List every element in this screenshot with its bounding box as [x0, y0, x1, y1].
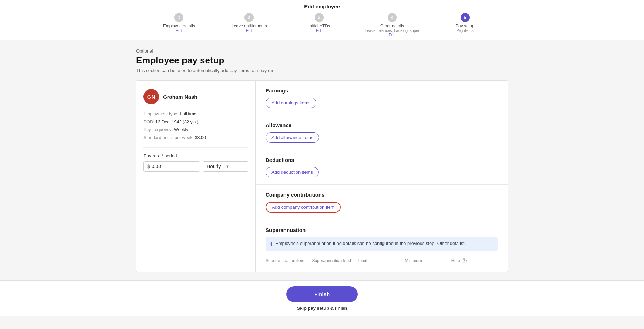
employee-name: Graham Nash: [163, 94, 197, 100]
earnings-title: Earnings: [266, 88, 498, 94]
add-allowance-button[interactable]: Add allowance items: [266, 132, 319, 143]
std-hours-value: 38.00: [195, 135, 206, 140]
step-3-sub[interactable]: Edit: [316, 28, 323, 33]
step-4: 4 Other details Leave balances, banking,…: [365, 13, 419, 37]
std-hours-label: Standard hours per week:: [143, 135, 194, 140]
left-panel: GN Graham Nash Employment type: Full tim…: [136, 81, 256, 272]
step-1: 1 Employee details Edit: [154, 13, 203, 33]
super-col-limit: Limit: [358, 258, 405, 263]
company-contributions-title: Company contributions: [266, 192, 498, 198]
superannuation-section: Superannuation ℹ Employee's superannuati…: [256, 220, 508, 272]
chevron-down-icon: ▼: [226, 164, 244, 169]
right-panel: Earnings Add earnings items Allowance Ad…: [256, 81, 508, 272]
pay-amount-field[interactable]: $: [143, 161, 200, 172]
allowance-section: Allowance Add allowance items: [256, 115, 508, 150]
employee-info: GN Graham Nash: [143, 89, 248, 104]
stepper: 1 Employee details Edit 2 Leave entitlem…: [0, 13, 644, 37]
earnings-section: Earnings Add earnings items: [256, 81, 508, 115]
optional-label: Optional: [136, 48, 508, 54]
pay-freq-value: Weekly: [174, 127, 188, 132]
step-1-label: Employee details: [163, 23, 195, 28]
add-company-contribution-button[interactable]: Add company contribution item: [266, 202, 341, 213]
bottom-bar: Finish Skip pay setup & finish: [0, 280, 644, 316]
employee-details: Employment type: Full time DOB: 13 Dec, …: [143, 110, 248, 148]
step-1-circle: 1: [174, 13, 183, 22]
pay-rate-label: Pay rate / period: [143, 153, 248, 158]
step-2: 2 Leave entitlements Edit: [224, 13, 274, 33]
pay-rate-inputs: $ Hourly ▼: [143, 161, 248, 172]
super-col-fund: Superannuation fund: [312, 258, 358, 263]
step-2-sub[interactable]: Edit: [246, 28, 253, 33]
step-4-sub-gray: Leave balances, banking, super: [365, 28, 419, 33]
dob-label: DOB:: [143, 119, 154, 124]
super-table-header: Superannuation item Superannuation fund …: [266, 255, 498, 265]
step-4-label: Other details: [380, 23, 404, 28]
main-layout: GN Graham Nash Employment type: Full tim…: [136, 80, 508, 272]
company-contributions-section: Company contributions Add company contri…: [256, 185, 508, 220]
finish-button[interactable]: Finish: [286, 286, 358, 302]
employment-type-value: Full time: [180, 111, 196, 116]
step-5-circle: 5: [461, 13, 470, 22]
step-3: 3 Initial YTDs Edit: [295, 13, 344, 33]
info-icon: ℹ: [270, 241, 273, 247]
step-5-label: Pay setup: [456, 23, 474, 28]
add-earnings-button[interactable]: Add earnings items: [266, 98, 316, 108]
deductions-section: Deductions Add deduction items: [256, 150, 508, 185]
step-4-sub[interactable]: Edit: [389, 33, 396, 37]
step-5: 5 Pay setup Pay items: [441, 13, 490, 33]
rate-help-icon[interactable]: ?: [462, 258, 467, 263]
add-deductions-button[interactable]: Add deduction items: [266, 167, 319, 177]
step-5-sub: Pay items: [457, 28, 474, 33]
pay-rate-section: Pay rate / period $ Hourly ▼: [143, 153, 248, 172]
super-col-minimum: Minimum: [405, 258, 451, 263]
step-3-circle: 3: [315, 13, 324, 22]
superannuation-info-text: Employee's superannuation fund details c…: [275, 241, 466, 246]
currency-sign: $: [147, 164, 150, 169]
dob-value: 13 Dec, 1942 (82 y.o.): [155, 119, 199, 124]
section-title: Employee pay setup: [136, 55, 508, 66]
deductions-title: Deductions: [266, 157, 498, 163]
page-title: Edit employee: [0, 4, 644, 9]
super-col-rate: Rate ?: [451, 258, 498, 263]
pay-period-value: Hourly: [207, 164, 226, 169]
super-col-item: Superannuation item: [266, 258, 312, 263]
pay-freq-label: Pay frequency:: [143, 127, 173, 132]
step-3-label: Initial YTDs: [309, 23, 330, 28]
step-4-circle: 4: [388, 13, 397, 22]
avatar: GN: [143, 89, 159, 104]
pay-period-select[interactable]: Hourly ▼: [203, 161, 248, 172]
employment-type-label: Employment type:: [143, 111, 179, 116]
step-2-label: Leave entitlements: [232, 23, 267, 28]
allowance-title: Allowance: [266, 122, 498, 128]
step-2-circle: 2: [244, 13, 254, 22]
superannuation-title: Superannuation: [266, 227, 498, 233]
skip-link[interactable]: Skip pay setup & finish: [6, 306, 638, 311]
section-description: This section can be used to automaticall…: [136, 68, 508, 73]
step-1-sub[interactable]: Edit: [176, 28, 182, 33]
pay-amount-input[interactable]: [152, 164, 196, 169]
superannuation-info-box: ℹ Employee's superannuation fund details…: [266, 237, 498, 251]
